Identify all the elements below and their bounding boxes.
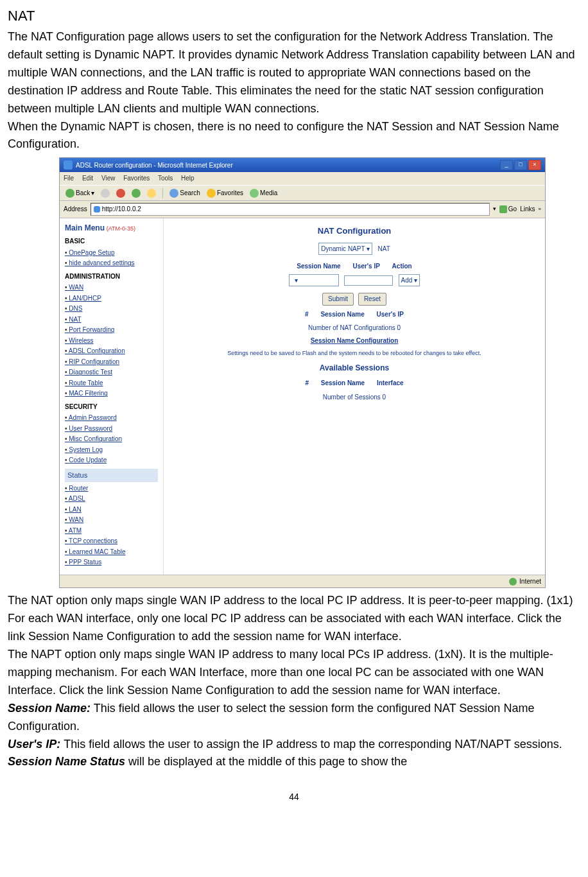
sidebar-item[interactable]: Diagnostic Test bbox=[65, 367, 158, 378]
page-title: NAT bbox=[8, 5, 580, 27]
user-ip-input[interactable] bbox=[344, 275, 393, 286]
sidebar-item[interactable]: WAN bbox=[65, 282, 158, 293]
sidebar-status-list: Router ADSL LAN WAN ATM TCP connections … bbox=[65, 483, 158, 568]
sidebar-item[interactable]: PPP Status bbox=[65, 557, 158, 568]
def-userip-colon: : bbox=[56, 738, 64, 751]
search-button[interactable]: Search bbox=[168, 187, 202, 199]
sidebar-basic-list: OnePage Setup hide advanced settings bbox=[65, 248, 158, 269]
menu-favorites[interactable]: Favorites bbox=[123, 175, 150, 182]
col-session: Session Name bbox=[320, 309, 364, 320]
sidebar-item[interactable]: ADSL bbox=[65, 494, 158, 505]
col-action: Action bbox=[392, 261, 412, 272]
url-text: http://10.0.0.2 bbox=[102, 204, 141, 214]
sidebar-item[interactable]: Admin Password bbox=[65, 413, 158, 424]
main-menu-header: Main Menu bbox=[65, 223, 105, 232]
menu-help[interactable]: Help bbox=[181, 175, 195, 182]
menu-edit[interactable]: Edit bbox=[82, 175, 93, 182]
sidebar-item[interactable]: WAN bbox=[65, 515, 158, 526]
menu-tools[interactable]: Tools bbox=[158, 175, 173, 182]
nat-label: NAT bbox=[378, 245, 390, 252]
stop-button[interactable] bbox=[114, 188, 127, 198]
refresh-button[interactable] bbox=[130, 188, 143, 198]
sidebar-item[interactable]: RIP Configuration bbox=[65, 357, 158, 368]
home-button[interactable] bbox=[145, 188, 158, 198]
action-select[interactable]: Add ▾ bbox=[399, 274, 420, 287]
maximize-button[interactable]: □ bbox=[514, 160, 527, 170]
go-button[interactable]: Go bbox=[499, 204, 517, 214]
back-button[interactable]: Back ▾ bbox=[64, 187, 96, 199]
nat-type-value: Dynamic NAPT bbox=[321, 245, 365, 252]
close-button[interactable]: × bbox=[528, 160, 541, 170]
sidebar-item[interactable]: Route Table bbox=[65, 378, 158, 389]
sidebar-item[interactable]: ADSL Configuration bbox=[65, 346, 158, 357]
url-dropdown-btn[interactable]: ▾ bbox=[493, 205, 496, 214]
media-button[interactable]: Media bbox=[248, 187, 279, 199]
sidebar-item[interactable]: User Password bbox=[65, 424, 158, 435]
submit-button[interactable]: Submit bbox=[322, 293, 354, 306]
sidebar-item[interactable]: Port Forwarding bbox=[65, 325, 158, 336]
sidebar-security-list: Admin Password User Password Misc Config… bbox=[65, 413, 158, 466]
def-status: Session Name Status will be displayed at… bbox=[8, 753, 580, 771]
favorites-button[interactable]: Favorites bbox=[205, 187, 245, 199]
sidebar-item[interactable]: TCP connections bbox=[65, 536, 158, 547]
sidebar-item[interactable]: Code Update bbox=[65, 455, 158, 466]
window-titlebar: ADSL Router configuration - Microsoft In… bbox=[60, 158, 545, 172]
sidebar-item[interactable]: OnePage Setup bbox=[65, 248, 158, 259]
refresh-icon bbox=[132, 189, 141, 198]
star-icon bbox=[207, 189, 216, 198]
action-value: Add bbox=[401, 277, 413, 284]
go-label: Go bbox=[508, 204, 517, 214]
save-note: Settings need to be saved to Flash and t… bbox=[170, 349, 539, 358]
sidebar-item[interactable]: hide advanced settings bbox=[65, 258, 158, 269]
home-icon bbox=[147, 189, 156, 198]
num-sessions: Number of Sessions 0 bbox=[170, 392, 539, 403]
sidebar-item[interactable]: LAN bbox=[65, 505, 158, 516]
sidebar-item[interactable]: MAC Filtering bbox=[65, 388, 158, 399]
def-status-label: Session Name Status bbox=[8, 755, 125, 768]
media-label: Media bbox=[260, 188, 277, 198]
sidebar-item[interactable]: LAN/DHCP bbox=[65, 293, 158, 304]
menu-view[interactable]: View bbox=[101, 175, 116, 182]
main-menu-sub: (ATM-0-35) bbox=[107, 225, 135, 232]
links-label[interactable]: Links bbox=[520, 204, 535, 214]
col-userip: User's IP bbox=[377, 309, 404, 320]
num-configs: Number of NAT Configurations 0 bbox=[170, 323, 539, 333]
sidebar-item[interactable]: Misc Configuration bbox=[65, 434, 158, 445]
ie-screenshot: ADSL Router configuration - Microsoft In… bbox=[59, 157, 546, 588]
session-config-link[interactable]: Session Name Configuration bbox=[311, 337, 399, 344]
sidebar-item[interactable]: ATM bbox=[65, 526, 158, 537]
col2-num: # bbox=[305, 378, 309, 388]
def-userip: User's IP: This field allows the user to… bbox=[8, 736, 580, 754]
def-userip-label: User's IP bbox=[8, 738, 56, 751]
sidebar-item[interactable]: System Log bbox=[65, 445, 158, 456]
sidebar-item[interactable]: Router bbox=[65, 483, 158, 494]
forward-button[interactable] bbox=[99, 188, 112, 198]
menu-file[interactable]: File bbox=[64, 175, 74, 182]
fwd-icon bbox=[101, 189, 110, 198]
col-num: # bbox=[305, 309, 309, 320]
favorites-label: Favorites bbox=[217, 188, 243, 198]
minimize-button[interactable]: _ bbox=[500, 160, 513, 170]
sidebar-item[interactable]: Learned MAC Table bbox=[65, 547, 158, 558]
sidebar-basic-hdr: BASIC bbox=[65, 236, 158, 247]
paragraph-2: When the Dynamic NAPT is chosen, there i… bbox=[8, 118, 580, 154]
sidebar-item[interactable]: Wireless bbox=[65, 336, 158, 347]
search-icon bbox=[169, 189, 178, 198]
window-title-text: ADSL Router configuration - Microsoft In… bbox=[76, 161, 233, 171]
col-session-name: Session Name bbox=[297, 261, 340, 272]
status-bar: Internet bbox=[60, 575, 545, 588]
toolbar: Back ▾ Search Favorites Media bbox=[60, 185, 545, 202]
session-name-select[interactable]: ▾ bbox=[289, 274, 339, 287]
col2-interface: Interface bbox=[377, 378, 404, 388]
nat-type-select[interactable]: Dynamic NAPT ▾ bbox=[318, 243, 372, 256]
toolbar-sep bbox=[162, 188, 163, 198]
sidebar: Main Menu (ATM-0-35) BASIC OnePage Setup… bbox=[60, 218, 164, 575]
paragraph-3: The NAT option only maps single WAN IP a… bbox=[8, 592, 580, 646]
address-bar: Address http://10.0.0.2 ▾ Go Links » bbox=[60, 201, 545, 218]
paragraph-1: The NAT Configuration page allows users … bbox=[8, 28, 580, 117]
links-chevron-icon[interactable]: » bbox=[539, 205, 541, 213]
sidebar-item[interactable]: NAT bbox=[65, 315, 158, 326]
address-input[interactable]: http://10.0.0.2 bbox=[91, 203, 490, 216]
sidebar-item[interactable]: DNS bbox=[65, 304, 158, 315]
reset-button[interactable]: Reset bbox=[358, 293, 386, 306]
